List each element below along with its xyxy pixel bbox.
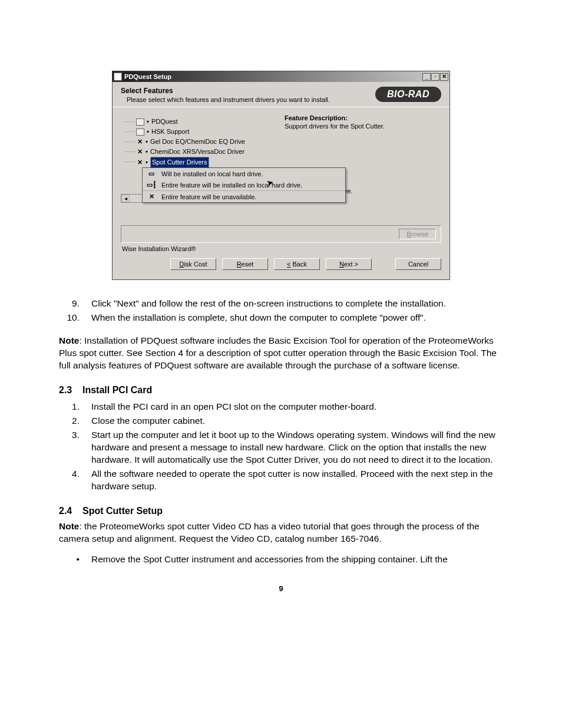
tree-item-geldoc[interactable]: ✕▾ Gel Doc EQ/ChemiDoc EQ Drive: [136, 137, 275, 147]
pdquest-setup-dialog: PDQuest Setup _ ▫ ✕ Select Features Plea…: [112, 71, 450, 280]
note-paragraph: Note: the ProteomeWorks spot cutter Vide…: [59, 521, 503, 545]
x-icon: ✕: [146, 193, 157, 200]
section-number: 2.4: [59, 505, 82, 518]
list-number: 4.: [59, 468, 91, 493]
tree-item-hsk[interactable]: ▾ HSK Support: [136, 127, 275, 137]
note-label: Note: [59, 521, 79, 531]
x-icon: ✕: [136, 137, 143, 147]
app-icon: [114, 73, 122, 81]
caret-icon: ▾: [146, 137, 148, 147]
browse-button[interactable]: Browse: [399, 229, 436, 239]
list-number: 9.: [59, 298, 91, 310]
caret-icon: ▾: [147, 117, 149, 127]
list-text: Start up the computer and let it boot up…: [91, 429, 503, 466]
browse-panel: Browse: [121, 225, 441, 243]
menu-label: Entire feature will be unavailable.: [161, 193, 256, 200]
list-item: 4.All the software needed to operate the…: [59, 468, 503, 493]
window-title: PDQuest Setup: [124, 73, 422, 80]
note-label: Note: [59, 335, 79, 345]
restore-button[interactable]: ▫: [431, 73, 439, 81]
list-text: Close the computer cabinet.: [91, 415, 503, 427]
list-item: 1.Install the PCI card in an open PCI sl…: [59, 401, 503, 413]
caret-icon: ▾: [147, 127, 149, 137]
close-button[interactable]: ✕: [440, 73, 448, 81]
bullet-text: Remove the Spot Cutter instrument and ac…: [91, 554, 448, 566]
page-number: 9: [59, 584, 503, 594]
x-icon: ✕: [136, 157, 143, 167]
disk-icon: [136, 129, 144, 136]
section-heading-2-3: 2.3Install PCI Card: [59, 384, 503, 397]
button-row: Disk Cost Reset < Back Next > Cancel: [121, 252, 441, 277]
x-icon: ✕: [136, 147, 143, 157]
disk-tree-icon: ▭┇: [146, 181, 157, 189]
list-text: All the software needed to operate the s…: [91, 468, 503, 493]
next-button[interactable]: Next >: [326, 258, 372, 270]
tree-item-chemidoc[interactable]: ✕▾ ChemiDoc XRS/VersaDoc Driver: [136, 147, 275, 157]
disk-cost-button[interactable]: Disk Cost: [170, 258, 216, 270]
bullet-icon: •: [59, 554, 91, 566]
back-button[interactable]: < Back: [274, 258, 320, 270]
menu-label: Entire feature will be installed on loca…: [161, 182, 302, 189]
section-title: Spot Cutter Setup: [82, 506, 163, 516]
list-text: Install the PCI card in an open PCI slot…: [91, 401, 503, 413]
note-text: : the ProteomeWorks spot cutter Video CD…: [59, 521, 480, 543]
list-number: 2.: [59, 415, 91, 427]
disk-icon: ▭: [146, 170, 157, 177]
feature-desc-heading: Feature Description:: [285, 114, 439, 121]
feature-tree-area: + ▾ PDQuest ▾ HSK Support ✕▾ Gel Doc EQ/: [121, 114, 276, 220]
caret-icon: ▾: [146, 147, 148, 157]
install-option-menu[interactable]: ▭ Will be installed on local hard drive.…: [142, 167, 346, 203]
minimize-button[interactable]: _: [422, 73, 431, 81]
reset-button[interactable]: Reset: [222, 258, 268, 270]
tree-item-pdquest[interactable]: ▾ PDQuest: [136, 117, 275, 127]
menu-opt-unavailable[interactable]: ✕ Entire feature will be unavailable.: [143, 190, 345, 202]
tree-label: Spot Cutter Drivers: [150, 157, 209, 168]
section-heading-2-4: 2.4Spot Cutter Setup: [59, 505, 503, 518]
caret-icon: ▾: [146, 157, 148, 167]
list-item: 10. When the installation is complete, s…: [59, 312, 503, 324]
bullet-item: • Remove the Spot Cutter instrument and …: [59, 554, 503, 566]
wizard-label: Wise Installation Wizard®: [121, 243, 441, 252]
menu-opt-entire[interactable]: ▭┇ Entire feature will be installed on l…: [143, 179, 345, 190]
list-item: 9. Click "Next" and follow the rest of t…: [59, 298, 503, 310]
note-text: : Installation of PDQuest software inclu…: [59, 335, 497, 370]
tree-label: ChemiDoc XRS/VersaDoc Driver: [150, 147, 244, 157]
section-number: 2.3: [59, 384, 82, 397]
list-number: 10.: [59, 312, 91, 324]
list-number: 1.: [59, 401, 91, 413]
document-body: 9. Click "Next" and follow the rest of t…: [59, 298, 503, 594]
menu-opt-local[interactable]: ▭ Will be installed on local hard drive.: [143, 168, 345, 179]
dialog-header: Select Features Please select which feat…: [113, 82, 449, 107]
list-item: 2.Close the computer cabinet.: [59, 415, 503, 427]
list-text: When the installation is complete, shut …: [91, 312, 503, 324]
list-number: 3.: [59, 429, 91, 466]
note-paragraph: Note: Installation of PDQuest software i…: [59, 335, 503, 372]
cancel-button[interactable]: Cancel: [395, 258, 441, 270]
brand-logo: BIO-RAD: [375, 87, 441, 102]
list-text: Click "Next" and follow the rest of the …: [91, 298, 503, 310]
disk-icon: [136, 118, 144, 126]
header-title: Select Features: [121, 87, 375, 95]
titlebar[interactable]: PDQuest Setup _ ▫ ✕: [113, 71, 449, 82]
menu-label: Will be installed on local hard drive.: [161, 170, 263, 177]
feature-desc-text: Support drivers for the Spot Cutter.: [285, 123, 439, 130]
section-title: Install PCI Card: [82, 385, 152, 395]
tree-label: PDQuest: [151, 117, 178, 127]
tree-label: Gel Doc EQ/ChemiDoc EQ Drive: [150, 137, 245, 147]
list-item: 3.Start up the computer and let it boot …: [59, 429, 503, 466]
header-subtext: Please select which features and instrum…: [127, 96, 375, 103]
tree-label: HSK Support: [151, 127, 189, 137]
scroll-left-icon[interactable]: ◂: [121, 195, 130, 202]
tree-item-spotcutter[interactable]: ✕▾ Spot Cutter Drivers: [136, 157, 275, 168]
